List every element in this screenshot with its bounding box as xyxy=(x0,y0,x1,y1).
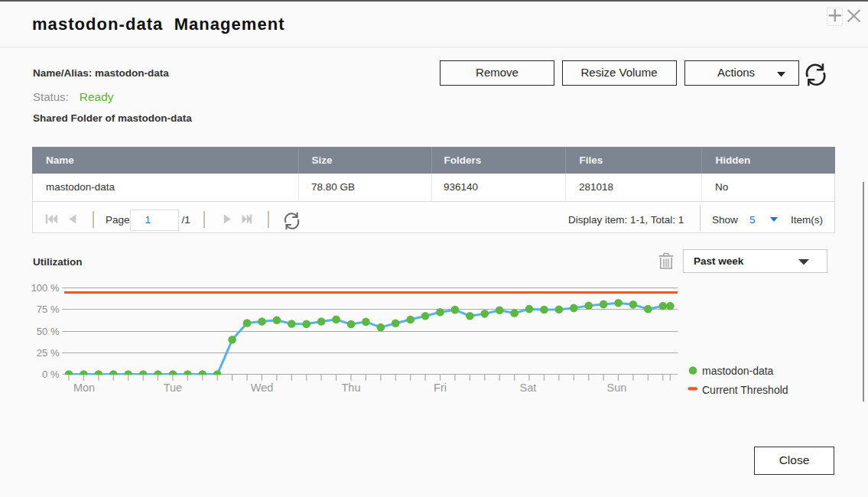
svg-text:50 %: 50 % xyxy=(37,326,60,337)
svg-text:Thu: Thu xyxy=(342,382,361,394)
svg-text:Sun: Sun xyxy=(607,382,627,394)
svg-text:Sat: Sat xyxy=(520,382,537,394)
svg-text:Tue: Tue xyxy=(164,382,182,394)
svg-text:100 %: 100 % xyxy=(31,282,60,294)
svg-text:0 %: 0 % xyxy=(42,369,60,380)
svg-text:25 %: 25 % xyxy=(37,347,60,359)
svg-text:Mon: Mon xyxy=(73,382,95,394)
svg-text:Fri: Fri xyxy=(434,382,447,394)
svg-text:75 %: 75 % xyxy=(37,304,60,315)
svg-text:Wed: Wed xyxy=(251,382,274,394)
